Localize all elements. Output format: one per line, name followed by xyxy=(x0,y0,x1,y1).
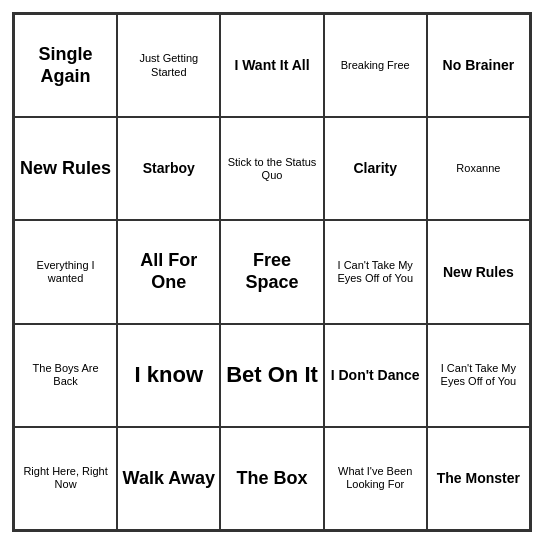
bingo-cell-23: What I've Been Looking For xyxy=(324,427,427,530)
bingo-cell-1: Just Getting Started xyxy=(117,14,220,117)
bingo-cell-6: Starboy xyxy=(117,117,220,220)
bingo-board: Single AgainJust Getting StartedI Want I… xyxy=(12,12,532,532)
bingo-cell-19: I Can't Take My Eyes Off of You xyxy=(427,324,530,427)
bingo-cell-24: The Monster xyxy=(427,427,530,530)
bingo-cell-21: Walk Away xyxy=(117,427,220,530)
bingo-cell-10: Everything I wanted xyxy=(14,220,117,323)
bingo-cell-13: I Can't Take My Eyes Off of You xyxy=(324,220,427,323)
bingo-cell-3: Breaking Free xyxy=(324,14,427,117)
bingo-cell-22: The Box xyxy=(220,427,323,530)
bingo-cell-11: All For One xyxy=(117,220,220,323)
bingo-cell-2: I Want It All xyxy=(220,14,323,117)
bingo-cell-7: Stick to the Status Quo xyxy=(220,117,323,220)
bingo-cell-0: Single Again xyxy=(14,14,117,117)
bingo-cell-17: Bet On It xyxy=(220,324,323,427)
bingo-cell-18: I Don't Dance xyxy=(324,324,427,427)
bingo-cell-14: New Rules xyxy=(427,220,530,323)
bingo-cell-9: Roxanne xyxy=(427,117,530,220)
bingo-cell-8: Clarity xyxy=(324,117,427,220)
bingo-cell-20: Right Here, Right Now xyxy=(14,427,117,530)
bingo-cell-5: New Rules xyxy=(14,117,117,220)
bingo-cell-16: I know xyxy=(117,324,220,427)
bingo-cell-4: No Brainer xyxy=(427,14,530,117)
bingo-cell-15: The Boys Are Back xyxy=(14,324,117,427)
bingo-cell-12: Free Space xyxy=(220,220,323,323)
